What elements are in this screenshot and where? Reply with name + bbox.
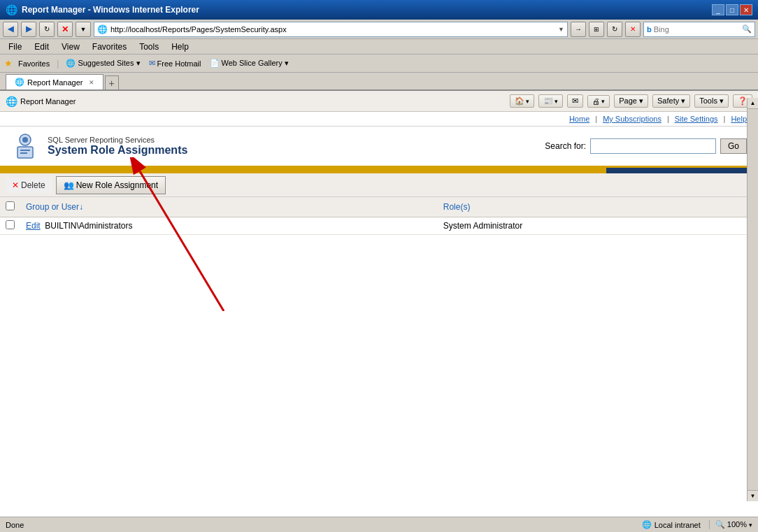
tools-label: Tools ▾ (699, 96, 724, 106)
safety-menu-button[interactable]: Safety ▾ (652, 94, 690, 108)
favorites-star-icon: ★ (4, 58, 13, 69)
search-go-button[interactable]: Go (720, 138, 747, 154)
nav-go-button[interactable]: → (571, 22, 586, 37)
window-title: Report Manager - Windows Internet Explor… (22, 5, 199, 15)
forward-button[interactable]: ▶ (21, 22, 36, 37)
delete-button[interactable]: ✕ Delete (6, 178, 52, 193)
tools-menu-button[interactable]: Tools ▾ (694, 94, 729, 108)
menu-tools[interactable]: Tools (134, 41, 164, 53)
tab-close-icon[interactable]: ✕ (89, 79, 94, 86)
stop-page-button[interactable]: ✕ (625, 22, 641, 37)
role-table: Group or User↓ Role(s) Edit BUILTIN\Admi… (0, 197, 758, 235)
scroll-up-button[interactable]: ▲ (748, 98, 758, 109)
tab-icon: 🌐 (15, 78, 24, 87)
maximize-button[interactable]: □ (726, 4, 738, 15)
menu-view[interactable]: View (56, 41, 85, 53)
active-tab[interactable]: 🌐 Report Manager ✕ (6, 74, 103, 89)
search-icon[interactable]: 🔍 (742, 24, 752, 34)
web-slice-label: Web Slice Gallery ▾ (222, 59, 289, 68)
row-checkbox[interactable] (6, 220, 15, 229)
help-icon: ❓ (738, 96, 748, 106)
site-settings-link[interactable]: Site Settings (675, 115, 718, 123)
header-icon (11, 132, 39, 160)
fav-divider: | (57, 59, 59, 69)
page-menu-button[interactable]: Page ▾ (614, 94, 648, 108)
favorites-label[interactable]: Favorites (15, 59, 52, 69)
select-all-header (0, 197, 20, 217)
top-nav: Home | My Subscriptions | Site Settings … (0, 112, 758, 127)
svg-rect-4 (20, 152, 27, 154)
home-link[interactable]: Home (569, 115, 589, 123)
help-link[interactable]: Help (731, 115, 747, 123)
select-all-checkbox[interactable] (6, 201, 15, 210)
home-dropdown[interactable]: ▾ (526, 98, 529, 105)
menu-edit[interactable]: Edit (29, 41, 55, 53)
compatibility-button[interactable]: ⊞ (589, 22, 604, 37)
scroll-down-button[interactable]: ▼ (748, 490, 758, 501)
zoom-icon: 🔍 (715, 520, 725, 529)
group-or-user-header[interactable]: Group or User↓ (20, 197, 438, 217)
menu-bar: File Edit View Favorites Tools Help (0, 39, 758, 55)
roles-header: Role(s) (438, 197, 758, 217)
address-input[interactable] (110, 25, 558, 34)
mail-button[interactable]: ✉ (567, 94, 583, 108)
edit-link[interactable]: Edit (26, 221, 41, 231)
feed-dropdown[interactable]: ▾ (555, 98, 558, 105)
dropdown-arrow[interactable]: ▼ (76, 22, 91, 37)
delete-label: Delete (21, 180, 45, 190)
hotmail-label: Free Hotmail (157, 59, 201, 68)
minimize-button[interactable]: _ (712, 4, 724, 15)
delete-icon: ✕ (12, 180, 19, 190)
home-icon: 🏠 (515, 96, 524, 106)
suggested-sites-label: Suggested Sites ▾ (78, 59, 140, 68)
search-label: Search for: (545, 141, 586, 151)
feed-button[interactable]: 📰 ▾ (538, 94, 563, 108)
nav-sep-3: | (724, 115, 726, 123)
header-subtitle: SQL Server Reporting Services (48, 136, 187, 144)
page-icon: 🌐 (97, 24, 108, 34)
print-button[interactable]: 🖨 ▾ (587, 95, 610, 108)
favorites-text: Favorites (18, 59, 50, 68)
address-dropdown-icon[interactable]: ▼ (558, 26, 564, 33)
new-role-assignment-button[interactable]: 👥 New Role Assignment (56, 176, 166, 194)
content-toolbar: ✕ Delete 👥 New Role Assignment (0, 173, 758, 197)
tab-label: Report Manager (27, 78, 83, 87)
table-header: Group or User↓ Role(s) (0, 197, 758, 217)
browser-search-bar: b 🔍 (643, 22, 755, 37)
search-area: Search for: Go (545, 138, 747, 154)
browser-search-input[interactable] (654, 25, 742, 34)
favorites-hotmail[interactable]: ✉ Free Hotmail (146, 58, 204, 69)
favorites-suggested-sites[interactable]: 🌐 Suggested Sites ▾ (63, 58, 143, 69)
close-button[interactable]: ✕ (740, 4, 752, 15)
table-body: Edit BUILTIN\Administrators System Admin… (0, 217, 758, 235)
hotmail-icon: ✉ (149, 59, 155, 68)
web-slice-icon: 📄 (210, 59, 220, 68)
menu-help[interactable]: Help (166, 41, 194, 53)
suggested-sites-icon: 🌐 (66, 59, 76, 68)
favorites-web-slice-gallery[interactable]: 📄 Web Slice Gallery ▾ (207, 58, 292, 69)
new-tab-button[interactable]: + (105, 76, 119, 89)
address-field-wrap: 🌐 ▼ (94, 22, 568, 37)
back-button[interactable]: ◀ (3, 22, 18, 37)
menu-file[interactable]: File (3, 41, 27, 53)
menu-favorites[interactable]: Favorites (87, 41, 132, 53)
feed-icon: 📰 (543, 96, 553, 106)
title-bar: 🌐 Report Manager - Windows Internet Expl… (0, 0, 758, 20)
ie-logo-icon: 🌐 (6, 4, 17, 15)
search-input[interactable] (590, 138, 716, 154)
status-bar: Done 🌐 Local intranet 🔍 100% ▾ (0, 517, 758, 532)
zoom-dropdown[interactable]: ▾ (749, 522, 752, 529)
table-row: Edit BUILTIN\Administrators System Admin… (0, 217, 758, 235)
my-subscriptions-link[interactable]: My Subscriptions (603, 115, 662, 123)
refresh-button[interactable]: ↻ (39, 22, 55, 37)
status-text: Done (6, 521, 24, 529)
content-area: Group or User↓ Role(s) Edit BUILTIN\Admi… (0, 197, 758, 477)
home-button[interactable]: 🏠 ▾ (510, 94, 534, 108)
header-strip (0, 168, 758, 173)
refresh-page-button[interactable]: ↻ (607, 22, 622, 37)
print-dropdown[interactable]: ▾ (601, 98, 605, 105)
new-role-label: New Role Assignment (76, 180, 158, 190)
svg-rect-3 (20, 150, 30, 151)
zone-label: Local intranet (655, 521, 701, 529)
stop-button[interactable]: ✕ (57, 22, 73, 37)
